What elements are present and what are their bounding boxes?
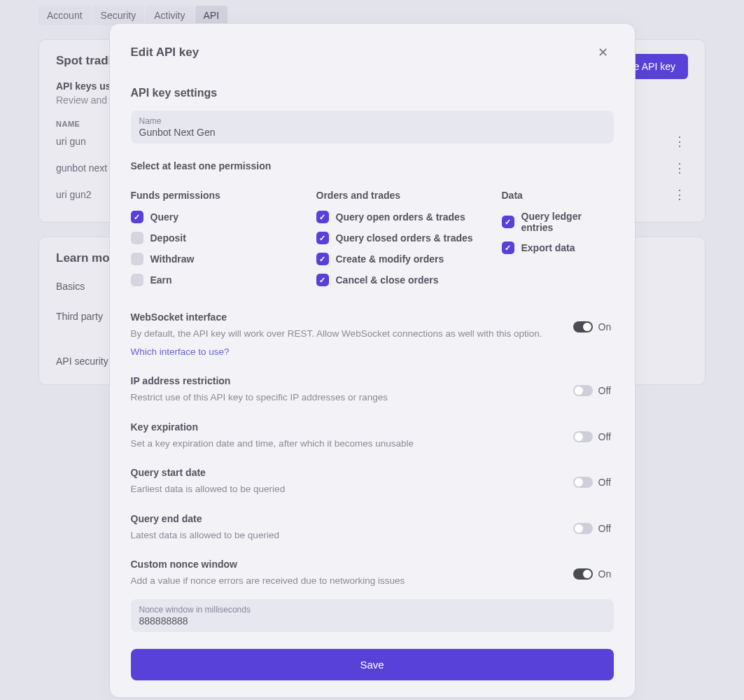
perm-label: Query ledger entries bbox=[521, 211, 614, 233]
perm-label: Create & modify orders bbox=[336, 253, 444, 265]
perm-label: Deposit bbox=[150, 232, 186, 244]
perm-checkbox-item[interactable]: Deposit bbox=[131, 232, 309, 244]
perm-column: Funds permissions✓QueryDepositWithdrawEa… bbox=[131, 190, 309, 295]
tab-account[interactable]: Account bbox=[38, 6, 91, 25]
toggle-state-label: Off bbox=[598, 431, 614, 442]
setting-link[interactable]: Which interface to use? bbox=[131, 345, 559, 359]
perm-label: Earn bbox=[150, 274, 172, 286]
setting-row-exp: Key expirationSet a key expiration date … bbox=[131, 421, 614, 451]
checkbox-checked-icon[interactable]: ✓ bbox=[502, 241, 514, 254]
perm-column: Data✓Query ledger entries✓Export data bbox=[502, 190, 614, 295]
setting-title: WebSocket interface bbox=[131, 312, 559, 323]
tab-api[interactable]: API bbox=[195, 6, 228, 25]
perm-label: Query bbox=[150, 211, 178, 223]
setting-row-ip: IP address restrictionRestrict use of th… bbox=[131, 375, 614, 405]
setting-row-qend: Query end dateLatest data is allowed to … bbox=[131, 513, 614, 542]
name-label: Name bbox=[139, 116, 605, 126]
toggle-ws[interactable] bbox=[573, 321, 593, 332]
perm-column-title: Orders and trades bbox=[316, 190, 495, 201]
edit-api-key-modal: Edit API key ✕ API key settings Name Sel… bbox=[109, 23, 636, 698]
perm-label: Export data bbox=[521, 242, 575, 253]
perm-checkbox-item[interactable]: Earn bbox=[131, 274, 309, 286]
perm-checkbox-item[interactable]: ✓Query ledger entries bbox=[502, 211, 614, 233]
toggle-qstart[interactable] bbox=[573, 477, 593, 488]
perm-column: Orders and trades✓Query open orders & tr… bbox=[316, 190, 495, 295]
setting-desc: Latest data is allowed to be queried bbox=[131, 528, 559, 542]
settings-tabs: Account Security Activity API bbox=[38, 6, 706, 25]
setting-row-qstart: Query start dateEarliest data is allowed… bbox=[131, 467, 614, 496]
overflow-menu-icon[interactable]: ⋮ bbox=[671, 139, 688, 144]
modal-title: Edit API key bbox=[131, 46, 199, 59]
permission-prompt: Select at least one permission bbox=[131, 160, 614, 172]
nonce-label: Nonce window in milliseconds bbox=[139, 605, 605, 615]
name-input-wrap[interactable]: Name bbox=[131, 111, 614, 144]
setting-desc: Add a value if nonce errors are received… bbox=[131, 574, 559, 588]
perm-checkbox-item[interactable]: Withdraw bbox=[131, 253, 309, 265]
nonce-input-wrap[interactable]: Nonce window in milliseconds bbox=[131, 599, 614, 632]
name-input[interactable] bbox=[139, 127, 605, 138]
overflow-menu-icon[interactable]: ⋮ bbox=[671, 166, 688, 170]
toggle-state-label: On bbox=[598, 321, 614, 332]
checkbox-checked-icon[interactable]: ✓ bbox=[316, 211, 329, 223]
perm-label: Query closed orders & trades bbox=[336, 232, 473, 244]
nonce-input[interactable] bbox=[139, 615, 605, 626]
api-settings-heading: API key settings bbox=[131, 87, 614, 99]
checkbox-checked-icon[interactable]: ✓ bbox=[316, 253, 329, 265]
perm-label: Query open orders & trades bbox=[336, 211, 465, 223]
checkbox-unchecked-icon[interactable] bbox=[131, 274, 143, 286]
toggle-qend[interactable] bbox=[573, 523, 593, 534]
toggle-state-label: On bbox=[598, 568, 614, 580]
setting-title: Key expiration bbox=[131, 421, 559, 433]
perm-checkbox-item[interactable]: ✓Export data bbox=[502, 241, 614, 254]
setting-row-ws: WebSocket interfaceBy default, the API k… bbox=[131, 312, 614, 358]
checkbox-unchecked-icon[interactable] bbox=[131, 232, 143, 244]
checkbox-unchecked-icon[interactable] bbox=[131, 253, 143, 265]
perm-column-title: Data bbox=[502, 190, 614, 201]
setting-title: Query start date bbox=[131, 467, 559, 478]
toggle-exp[interactable] bbox=[573, 431, 593, 442]
tab-security[interactable]: Security bbox=[92, 6, 145, 25]
perm-checkbox-item[interactable]: ✓Cancel & close orders bbox=[316, 274, 495, 286]
setting-row-nonce: Custom nonce windowAdd a value if nonce … bbox=[131, 559, 614, 588]
checkbox-checked-icon[interactable]: ✓ bbox=[316, 274, 329, 286]
setting-title: Custom nonce window bbox=[131, 559, 559, 570]
toggle-state-label: Off bbox=[598, 477, 614, 488]
setting-desc: Restrict use of this API key to specific… bbox=[131, 391, 559, 405]
setting-desc: By default, the API key will work over R… bbox=[131, 327, 559, 341]
perm-checkbox-item[interactable]: ✓Query bbox=[131, 211, 309, 223]
close-icon[interactable]: ✕ bbox=[592, 42, 614, 63]
overflow-menu-icon[interactable]: ⋮ bbox=[671, 192, 688, 197]
perm-checkbox-item[interactable]: ✓Query closed orders & trades bbox=[316, 232, 495, 244]
setting-title: Query end date bbox=[131, 513, 559, 524]
toggle-nonce[interactable] bbox=[573, 568, 593, 580]
perm-label: Withdraw bbox=[150, 253, 195, 265]
toggle-state-label: Off bbox=[598, 385, 614, 396]
toggle-ip[interactable] bbox=[573, 385, 593, 396]
perm-label: Cancel & close orders bbox=[336, 274, 439, 286]
save-button[interactable]: Save bbox=[131, 649, 614, 680]
perm-checkbox-item[interactable]: ✓Query open orders & trades bbox=[316, 211, 495, 223]
setting-title: IP address restriction bbox=[131, 375, 559, 386]
checkbox-checked-icon[interactable]: ✓ bbox=[502, 216, 514, 228]
setting-desc: Set a key expiration date and time, afte… bbox=[131, 437, 559, 451]
checkbox-checked-icon[interactable]: ✓ bbox=[131, 211, 143, 223]
toggle-state-label: Off bbox=[598, 523, 614, 534]
tab-activity[interactable]: Activity bbox=[146, 6, 193, 25]
setting-desc: Earliest data is allowed to be queried bbox=[131, 482, 559, 496]
checkbox-checked-icon[interactable]: ✓ bbox=[316, 232, 329, 244]
perm-checkbox-item[interactable]: ✓Create & modify orders bbox=[316, 253, 495, 265]
perm-column-title: Funds permissions bbox=[131, 190, 309, 201]
